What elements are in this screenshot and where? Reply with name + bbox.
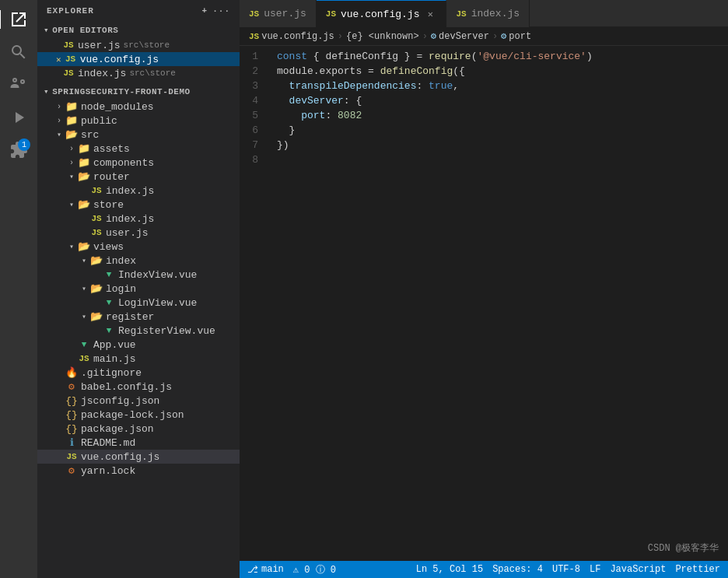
project-section[interactable]: ▾ SPRINGSECURITY-FRONT-DEMO (37, 83, 240, 100)
file-store-user[interactable]: JS user.js (37, 226, 240, 240)
folder-views-login[interactable]: ▾ 📂 login (37, 282, 240, 296)
file-label: LoginView.vue (118, 297, 197, 309)
file-label: index.js (106, 213, 154, 225)
code-editor[interactable]: 1 2 3 4 5 6 7 8 const { defineConfig } =… (240, 46, 728, 561)
tab-js-icon: JS (326, 9, 336, 19)
git-branch-status[interactable]: ⎇ main (247, 564, 284, 576)
tab-user-js[interactable]: JS user.js (240, 0, 317, 27)
open-editor-label: vue.config.js (80, 54, 159, 65)
sidebar-content: ▾ OPEN EDITORS JS user.js src\store ✕ JS… (37, 22, 240, 578)
folder-views[interactable]: ▾ 📂 views (37, 240, 240, 254)
file-babel-config[interactable]: ⚙ babel.config.js (37, 380, 240, 394)
encoding-status[interactable]: UTF-8 (552, 564, 580, 575)
folder-views-index[interactable]: ▾ 📂 index (37, 254, 240, 268)
formatter-status[interactable]: Prettier (675, 564, 720, 575)
file-package-json[interactable]: {} package.json (37, 422, 240, 436)
chevron-icon: ▾ (65, 170, 78, 183)
folder-public[interactable]: › 📁 public (37, 114, 240, 128)
cursor-position-status[interactable]: Ln 5, Col 15 (416, 564, 483, 575)
folder-store[interactable]: ▾ 📂 store (37, 198, 240, 212)
vue-file-icon: ▼ (103, 296, 115, 309)
file-label: App.vue (93, 339, 136, 351)
file-readme[interactable]: ℹ README.md (37, 436, 240, 450)
open-editor-label: user.js (78, 40, 121, 51)
file-router-index[interactable]: JS index.js (37, 184, 240, 198)
project-chevron: ▾ (44, 86, 49, 96)
breadcrumb-sep: › (338, 31, 343, 42)
explorer-activity-icon[interactable] (5, 6, 32, 33)
file-vue-config[interactable]: JS vue.config.js (37, 450, 240, 464)
breadcrumb-port[interactable]: ⚙ port (501, 30, 531, 42)
file-label: vue.config.js (81, 451, 159, 463)
file-gitignore[interactable]: 🔥 .gitignore (37, 366, 240, 380)
breadcrumb-file[interactable]: JS vue.config.js (249, 31, 334, 42)
folder-router[interactable]: ▾ 📂 router (37, 170, 240, 184)
open-editors-section[interactable]: ▾ OPEN EDITORS (37, 22, 240, 38)
source-control-activity-icon[interactable] (5, 72, 32, 98)
more-options-icon[interactable]: ··· (212, 6, 230, 16)
file-yarn-lock[interactable]: ⚙ yarn.lock (37, 464, 240, 478)
file-main-js[interactable]: JS main.js (37, 352, 240, 366)
folder-components[interactable]: › 📁 components (37, 156, 240, 170)
file-store-index[interactable]: JS index.js (37, 212, 240, 226)
js-file-icon: JS (62, 67, 75, 79)
cursor-label: Ln 5, Col 15 (416, 564, 483, 575)
new-file-icon[interactable]: + (202, 6, 208, 16)
folder-label: login (106, 283, 136, 295)
extensions-activity-icon[interactable]: 1 (5, 137, 32, 163)
code-line-5: port: 8082 (277, 108, 728, 123)
sidebar-header-icons: + ··· (202, 6, 230, 16)
folder-src[interactable]: ▾ 📂 src (37, 128, 240, 142)
folder-label: index (106, 255, 136, 267)
folder-label: components (93, 157, 154, 169)
status-right: Ln 5, Col 15 Spaces: 4 UTF-8 LF JavaScri… (416, 564, 720, 575)
sidebar-title: EXPLORER (47, 6, 94, 16)
code-line-8 (277, 152, 728, 167)
folder-assets[interactable]: › 📁 assets (37, 142, 240, 156)
spaces-status[interactable]: Spaces: 4 (492, 564, 543, 575)
folder-icon: 📂 (78, 198, 90, 211)
problems-status[interactable]: ⚠ 0 ⓘ 0 (293, 563, 336, 576)
file-login-view[interactable]: ▼ LoginView.vue (37, 296, 240, 310)
file-jsconfig[interactable]: {} jsconfig.json (37, 394, 240, 408)
chevron-icon: ▾ (53, 128, 65, 141)
code-line-7: }) (277, 138, 728, 152)
folder-node-modules[interactable]: › 📁 node_modules (37, 100, 240, 114)
open-editor-index-js[interactable]: JS index.js src\store (37, 66, 240, 80)
tab-label: index.js (471, 8, 520, 19)
file-app-vue[interactable]: ▼ App.vue (37, 338, 240, 352)
file-index-view[interactable]: ▼ IndexView.vue (37, 268, 240, 282)
js-file-icon: JS (90, 226, 103, 239)
tab-label: vue.config.js (341, 9, 419, 20)
folder-views-register[interactable]: ▾ 📂 register (37, 310, 240, 324)
open-editor-vue-config[interactable]: ✕ JS vue.config.js (37, 52, 240, 66)
chevron-icon: ▾ (65, 198, 78, 211)
code-line-2: module.exports = defineConfig({ (277, 64, 728, 79)
folder-label: router (93, 171, 130, 183)
tab-index-js[interactable]: JS index.js (446, 0, 530, 27)
js-file-icon: JS (62, 39, 75, 51)
folder-icon: 📂 (65, 128, 78, 141)
breadcrumb: JS vue.config.js › {e} <unknown> › ⚙ dev… (240, 27, 728, 46)
chevron-icon: › (53, 114, 65, 127)
debug-activity-icon[interactable] (5, 104, 32, 131)
folder-label: node_modules (81, 101, 154, 113)
line-numbers: 1 2 3 4 5 6 7 8 (240, 49, 271, 558)
chevron-icon: ▾ (65, 240, 78, 253)
breadcrumb-unknown[interactable]: {e} <unknown> (346, 31, 419, 42)
search-activity-icon[interactable] (5, 39, 32, 65)
tab-close-button[interactable]: ✕ (424, 8, 436, 20)
folder-icon: 📁 (78, 142, 90, 155)
file-register-view[interactable]: ▼ RegisterView.vue (37, 324, 240, 338)
eol-status[interactable]: LF (590, 564, 600, 575)
open-editor-user-js[interactable]: JS user.js src\store (37, 38, 240, 52)
code-line-4: devServer: { (277, 93, 728, 108)
file-label: README.md (81, 437, 135, 449)
prop-icon: ⚙ (501, 30, 506, 42)
breadcrumb-devserver[interactable]: ⚙ devServer (431, 30, 489, 42)
tab-vue-config[interactable]: JS vue.config.js ✕ (317, 0, 447, 27)
file-package-lock[interactable]: {} package-lock.json (37, 408, 240, 422)
open-editors-chevron: ▾ (44, 25, 49, 35)
info-file-icon: ℹ (65, 436, 78, 449)
language-status[interactable]: JavaScript (610, 564, 666, 575)
